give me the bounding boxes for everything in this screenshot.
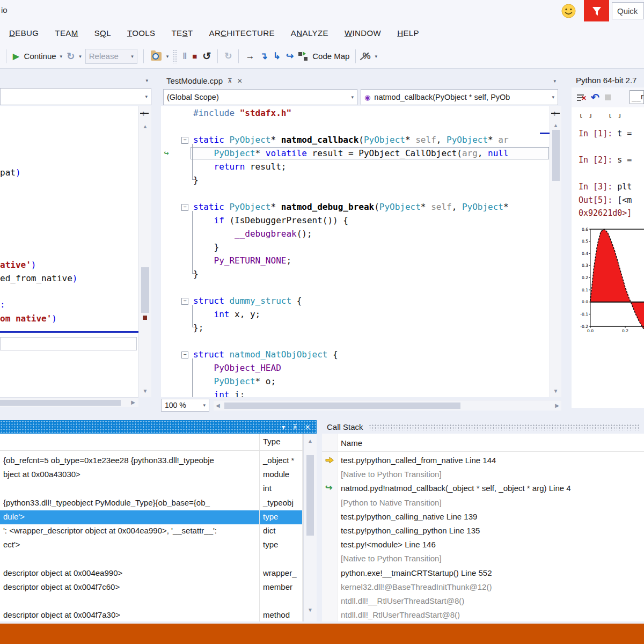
inline-edit-box[interactable] bbox=[0, 337, 137, 350]
repl-output-area[interactable]: 0.60.50.40.30.20.10.0-0.1-0.20.00.2 In [… bbox=[572, 107, 644, 408]
stop-debug-icon[interactable]: ■ bbox=[189, 49, 200, 63]
code-line[interactable]: pat) bbox=[0, 167, 21, 178]
tab-testmodule-cpp[interactable]: TestModule.cpp ⊼ ✕ bbox=[161, 75, 248, 87]
configuration-combo[interactable]: Release▾ bbox=[85, 49, 137, 64]
code-line[interactable] bbox=[161, 187, 550, 200]
code-line[interactable]: ative') bbox=[0, 260, 36, 270]
code-line[interactable] bbox=[161, 120, 550, 133]
stack-frame[interactable]: kernel32.dll!@BaseThreadInitThunk@12() bbox=[322, 581, 644, 595]
callstack-window-titlebar[interactable]: Call Stack bbox=[322, 420, 644, 434]
python-native-toggle-icon[interactable]: % bbox=[360, 49, 373, 63]
code-line[interactable]: PyObject* o; bbox=[161, 375, 550, 388]
menu-item-analyze[interactable]: ANALYZE bbox=[283, 25, 336, 41]
feedback-smiley-icon[interactable] bbox=[561, 4, 576, 18]
menu-item-help[interactable]: HELP bbox=[389, 25, 427, 41]
repl-window-title[interactable]: Python 64-bit 2.7 bbox=[572, 74, 644, 87]
menu-item-team[interactable]: TEAM bbox=[47, 25, 86, 41]
code-line[interactable]: : bbox=[0, 299, 5, 310]
fold-collapse-icon[interactable] bbox=[172, 348, 190, 361]
restart-debug-icon[interactable]: ↺ bbox=[200, 49, 214, 63]
code-map-button[interactable]: Code Map bbox=[310, 52, 352, 61]
watch-row[interactable]: descriptor object at 0x004ea990>wrapper_ bbox=[0, 567, 302, 581]
type-column-header[interactable]: Type bbox=[263, 437, 281, 446]
scroll-up-icon[interactable]: ▲ bbox=[139, 123, 151, 129]
toolbar-grip[interactable] bbox=[173, 49, 177, 63]
stack-frame[interactable]: [Python to Native Transition] bbox=[322, 496, 644, 510]
code-map-icon[interactable] bbox=[298, 52, 308, 61]
repl-search-input[interactable]: __n bbox=[630, 90, 644, 104]
code-line[interactable]: if (IsDebuggerPresent()) { bbox=[161, 214, 550, 227]
scroll-right-icon[interactable]: ▶ bbox=[131, 399, 135, 405]
code-line[interactable]: return result; bbox=[161, 160, 550, 173]
stack-frame[interactable]: [Native to Python Transition] bbox=[322, 468, 644, 482]
watch-row[interactable]: descriptor object at 0x004f7a30>method bbox=[0, 609, 302, 623]
panel-splitter[interactable] bbox=[317, 420, 322, 621]
code-line[interactable]: om native') bbox=[0, 313, 57, 324]
scrollbar-thumb[interactable] bbox=[552, 130, 560, 181]
watch-row[interactable] bbox=[0, 595, 302, 609]
code-editor-hscrollbar[interactable]: ◀ ▶ bbox=[214, 400, 561, 411]
stack-frame[interactable]: test.py!python_called_from_native Line 1… bbox=[322, 454, 644, 468]
chevron-down-icon[interactable]: ▾ bbox=[553, 78, 556, 84]
watch-row[interactable]: descriptor object at 0x004f7c60>member bbox=[0, 581, 302, 595]
stack-frame[interactable]: ntdll.dll!_RtlUserThreadStart@8() bbox=[322, 609, 644, 623]
apply-changes-icon[interactable]: ↻ bbox=[222, 49, 235, 63]
code-line[interactable] bbox=[161, 334, 550, 348]
watch-row[interactable]: bject at 0x00a43030>module bbox=[0, 468, 302, 482]
left-editor-vscrollbar[interactable]: ▲ ▼ bbox=[138, 106, 151, 397]
stack-frame[interactable]: [Native to Python Transition] bbox=[322, 552, 644, 566]
code-line[interactable]: }; bbox=[161, 321, 550, 334]
stack-frame[interactable]: ↪natmod.pyd!natmod_callback(_object * se… bbox=[322, 482, 644, 496]
continue-play-icon[interactable]: ▶ bbox=[10, 49, 22, 63]
left-editor-nav-combo[interactable]: ▾ bbox=[0, 88, 151, 105]
scroll-up-icon[interactable]: ▲ bbox=[550, 122, 561, 128]
step-out-icon[interactable]: ↳ bbox=[270, 49, 283, 63]
code-line[interactable] bbox=[161, 281, 550, 294]
code-line[interactable]: static PyObject* natmod_debug_break(PyOb… bbox=[161, 200, 550, 214]
watch-row[interactable]: dule'>type bbox=[0, 510, 302, 524]
name-column-header[interactable]: Name bbox=[341, 438, 362, 448]
menu-item-sql[interactable]: SQL bbox=[86, 25, 119, 41]
menu-item-tools[interactable]: TOOLS bbox=[119, 25, 164, 41]
stack-frame[interactable]: python.exe!__tmainCRTStartup() Line 552 bbox=[322, 567, 644, 581]
pin-icon[interactable]: ⊼ bbox=[228, 77, 232, 85]
close-icon[interactable]: ✕ bbox=[237, 77, 243, 85]
code-line[interactable]: } bbox=[161, 173, 550, 187]
scroll-up-icon[interactable]: ▲ bbox=[304, 438, 317, 444]
code-line[interactable]: ed_from_native) bbox=[0, 273, 78, 283]
watch-row[interactable]: int bbox=[0, 482, 302, 496]
toolbar-overflow-dropdown[interactable]: ▾ bbox=[374, 54, 379, 59]
search-options-dropdown[interactable]: ▾ bbox=[165, 54, 171, 59]
code-line[interactable]: Py_RETURN_NONE; bbox=[161, 254, 550, 267]
member-combo[interactable]: ◉ natmod_callback(PyObject * self, PyOb … bbox=[361, 89, 558, 105]
chevron-down-icon[interactable]: ▾ bbox=[145, 78, 148, 83]
code-line[interactable]: int i; bbox=[161, 388, 550, 397]
pause-icon[interactable]: ‖ bbox=[180, 49, 189, 63]
menu-item-test[interactable]: TEST bbox=[164, 25, 201, 41]
continue-button[interactable]: Continue bbox=[22, 52, 58, 61]
code-line[interactable]: } bbox=[161, 240, 550, 254]
code-line[interactable]: int x, y; bbox=[161, 308, 550, 321]
scroll-down-icon[interactable]: ▼ bbox=[304, 607, 317, 613]
splitter-grip-icon[interactable] bbox=[140, 107, 149, 119]
code-line[interactable]: #include "stdafx.h" bbox=[161, 106, 550, 120]
feedback-flag-button[interactable] bbox=[584, 0, 609, 22]
watch-row[interactable]: {python33.dll!_typeobject PyModule_Type}… bbox=[0, 496, 302, 510]
menu-item-window[interactable]: WINDOW bbox=[336, 25, 389, 41]
code-line[interactable]: static PyObject* natmod_callback(PyObjec… bbox=[161, 133, 550, 147]
zoom-combo[interactable]: 100 % ▾ bbox=[161, 399, 209, 412]
scroll-down-icon[interactable]: ▼ bbox=[550, 388, 561, 394]
stack-frame[interactable]: ntdll.dll!__RtlUserThreadStart@8() bbox=[322, 595, 644, 609]
watch-row[interactable]: ect'>type bbox=[0, 538, 302, 552]
quick-launch-input[interactable]: Quick bbox=[612, 2, 644, 19]
left-code-editor[interactable]: pat)ative')ed_from_native):om native') bbox=[0, 106, 138, 397]
watch-row[interactable] bbox=[0, 552, 302, 566]
scrollbar-thumb[interactable] bbox=[141, 267, 149, 313]
step-over-icon[interactable]: ↪ bbox=[283, 49, 296, 63]
code-line[interactable]: __debugbreak(); bbox=[161, 227, 550, 240]
code-editor-vscrollbar[interactable]: ▲ ▼ bbox=[550, 106, 561, 397]
fold-collapse-icon[interactable] bbox=[172, 200, 190, 214]
code-line[interactable]: struct dummy_struct { bbox=[161, 294, 550, 308]
find-in-files-icon[interactable] bbox=[151, 52, 162, 61]
code-line[interactable]: ↪ PyObject* volatile result = PyObject_C… bbox=[161, 147, 550, 160]
